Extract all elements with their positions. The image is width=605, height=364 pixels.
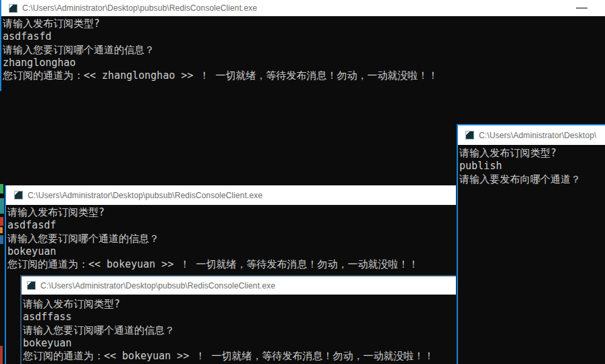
console-window-subscriber-4: C:\Users\Administrator\Desktop\pubsub\Re… [20,275,456,364]
window-title: C:\Users\Administrator\Desktop\ [479,131,596,140]
cmd-window-icon [27,281,36,290]
window-title: C:\Users\Administrator\Desktop\pubsub\Re… [28,191,262,200]
console-output[interactable]: 请输入发布订阅类型? asdffass 请输入您要订阅哪个通道的信息？ boke… [22,295,456,364]
console-line: zhanglonghao [3,57,605,69]
console-line: 请输入发布订阅类型? [7,206,456,219]
window-titlebar[interactable]: C:\Users\Administrator\Desktop\pubsub\Re… [1,0,605,16]
console-line: 请输入您要订阅哪个通道的信息？ [23,324,456,337]
desktop-icon-fragment [0,184,3,193]
desktop-icon-fragment [0,235,3,244]
console-line: asdffass [23,311,456,324]
window-titlebar[interactable]: C:\Users\Administrator\Desktop\pubsub\Re… [22,276,456,295]
cmd-window-icon [9,4,18,13]
window-title: C:\Users\Administrator\Desktop\pubsub\Re… [40,281,275,291]
console-line: publish [459,160,605,173]
cmd-window-icon [465,131,474,140]
window-titlebar[interactable]: C:\Users\Administrator\Desktop\ [458,125,605,145]
console-line: 您订阅的通道为：<< bokeyuan >> ！ 一切就绪，等待发布消息！勿动，… [7,258,456,271]
console-window-publisher: C:\Users\Administrator\Desktop\ 请输入发布订阅类… [457,124,605,364]
console-line: 请输入要发布向哪个通道？ [459,173,605,186]
console-line: asdfasdf [7,219,456,232]
desktop-icon-fragment [0,227,3,233]
window-title: C:\Users\Administrator\Desktop\pubsub\Re… [22,3,257,13]
minimize-button[interactable] [576,7,587,9]
console-window-subscriber-2: C:\Users\Administrator\Desktop\pubsub\Re… [0,0,605,90]
console-line: bokeyuan [23,337,456,350]
desktop-icon-fragment [0,217,3,226]
console-line: 请输入发布订阅类型? [23,298,456,311]
console-line: asdfasfd [3,30,605,43]
minimize-icon [576,7,587,9]
console-line: 请输入您要订阅哪个通道的信息？ [7,233,456,245]
console-output[interactable]: 请输入发布订阅类型? publish 请输入要发布向哪个通道？ [458,145,605,364]
console-line: 请输入您要订阅哪个通道的信息？ [3,44,605,57]
console-line: 请输入发布订阅类型? [459,147,605,160]
console-line: 您订阅的通道为：<< bokeyuan >> ！ 一切就绪，等待发布消息！勿动，… [23,350,456,363]
desktop-icon-fragment [0,198,4,214]
console-line: 请输入发布订阅类型? [3,18,605,30]
console-line: 您订阅的通道为：<< zhanglonghao >> ！ 一切就绪，等待发布消息… [3,69,605,82]
desktop-icon-fragment [0,346,3,364]
window-titlebar[interactable]: C:\Users\Administrator\Desktop\pubsub\Re… [6,185,456,205]
cmd-window-icon [14,191,23,200]
console-line: bokeyuan [7,245,456,258]
console-output[interactable]: 请输入发布订阅类型? asdfasfd 请输入您要订阅哪个通道的信息？ zhan… [1,16,605,90]
